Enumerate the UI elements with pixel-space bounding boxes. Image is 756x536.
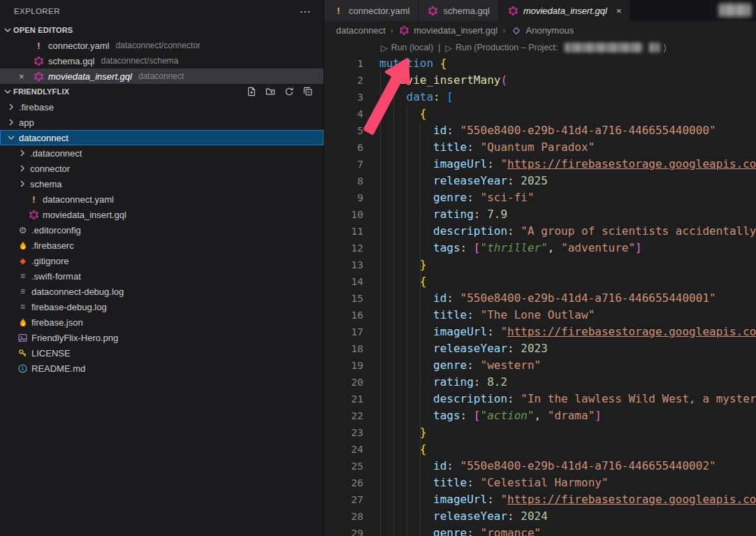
run-production-button[interactable]: ▷ Run (Production – Project: ) xyxy=(445,43,666,53)
code-line-27[interactable]: 27 imageUrl: "https://firebasestorage.go… xyxy=(324,491,756,508)
breadcrumb-moviedata_insert.gql[interactable]: moviedata_insert.gql xyxy=(398,25,497,36)
graphql-icon xyxy=(28,210,40,219)
chevron-down-icon xyxy=(6,132,17,143)
redacted-project-id xyxy=(565,43,643,52)
line-number: 13 xyxy=(324,256,363,273)
line-number: 8 xyxy=(324,173,363,189)
tree-file-LICENSE[interactable]: LICENSE xyxy=(0,345,324,361)
code-line-18[interactable]: 18 releaseYear: 2023 xyxy=(324,340,756,357)
play-icon: ▷ xyxy=(381,43,388,53)
line-number: 21 xyxy=(324,391,363,407)
tree-item-label: app xyxy=(19,117,34,128)
tree-folder-dataconnect[interactable]: dataconnect xyxy=(0,130,324,145)
line-number: 22 xyxy=(324,407,363,424)
tree-file-.swift-format[interactable]: ≡.swift-format xyxy=(0,268,324,284)
tree-file-.gitignore[interactable]: ◆.gitignore xyxy=(0,253,324,268)
tab-schema.gql[interactable]: schema.gql xyxy=(419,0,498,21)
code-text: { xyxy=(363,273,426,290)
new-folder-icon[interactable] xyxy=(265,86,276,97)
code-text: rating: 7.9 xyxy=(363,206,507,223)
tree-folder-.firebase[interactable]: .firebase xyxy=(0,99,324,115)
line-number: 6 xyxy=(324,139,363,156)
info-icon xyxy=(17,364,29,373)
code-line-8[interactable]: 8 releaseYear: 2025 xyxy=(324,173,756,189)
close-icon[interactable]: × xyxy=(19,68,24,84)
open-editor-connector.yaml[interactable]: !connector.yamldataconnect/connector xyxy=(0,38,324,53)
code-line-15[interactable]: 15 id: "550e8400-e29b-41d4-a716-44665544… xyxy=(324,290,756,307)
code-line-2[interactable]: 2 movie_insertMany( xyxy=(324,72,756,89)
lines-icon: ≡ xyxy=(17,272,29,280)
chevron-right-icon xyxy=(6,117,17,128)
close-icon[interactable]: × xyxy=(616,6,622,16)
code-line-22[interactable]: 22 tags: ["action", "drama"] xyxy=(324,407,756,424)
code-text: title: "Celestial Harmony" xyxy=(363,475,609,491)
tree-file-dataconnect.yaml[interactable]: !dataconnect.yaml xyxy=(0,191,324,207)
code-line-13[interactable]: 13 } xyxy=(324,256,756,273)
code-line-5[interactable]: 5 id: "550e8400-e29b-41d4-a716-446655440… xyxy=(324,122,756,139)
code-line-7[interactable]: 7 imageUrl: "https://firebasestorage.goo… xyxy=(324,156,756,173)
code-line-20[interactable]: 20 rating: 8.2 xyxy=(324,374,756,391)
tree-file-.editorconfig[interactable]: ⚙.editorconfig xyxy=(0,222,324,238)
breadcrumb-Anonymous[interactable]: Anonymous xyxy=(511,25,574,36)
tab-moviedata_insert.gql[interactable]: moviedata_insert.gql× xyxy=(499,0,631,21)
open-editors-header[interactable]: OPEN EDITORS xyxy=(0,22,324,38)
line-number: 24 xyxy=(324,441,363,458)
breadcrumb-dataconnect[interactable]: dataconnect xyxy=(336,25,386,36)
open-editors-list: !connector.yamldataconnect/connectorsche… xyxy=(0,38,324,84)
code-text: id: "550e8400-e29b-41d4-a716-44665544000… xyxy=(363,122,716,139)
tree-file-firebase.json[interactable]: firebase.json xyxy=(0,314,324,330)
new-file-icon[interactable] xyxy=(246,86,257,97)
code-line-9[interactable]: 9 genre: "sci-fi" xyxy=(324,189,756,206)
code-text: description: "In the lawless Wild West, … xyxy=(363,391,756,407)
line-number: 25 xyxy=(324,458,363,475)
code-line-26[interactable]: 26 title: "Celestial Harmony" xyxy=(324,475,756,491)
tree-file-moviedata_insert.gql[interactable]: moviedata_insert.gql xyxy=(0,207,324,222)
code-line-3[interactable]: 3 data: [ xyxy=(324,89,756,106)
tree-file-README.md[interactable]: README.md xyxy=(0,361,324,376)
open-editor-schema.gql[interactable]: schema.gqldataconnect/schema xyxy=(0,53,324,68)
run-local-button[interactable]: ▷ Run (local) xyxy=(381,43,433,53)
tree-file-dataconnect-debug.log[interactable]: ≡dataconnect-debug.log xyxy=(0,284,324,299)
code-text: mutation { xyxy=(363,55,446,72)
breadcrumb-label: moviedata_insert.gql xyxy=(414,25,497,36)
code-line-10[interactable]: 10 rating: 7.9 xyxy=(324,206,756,223)
code-line-14[interactable]: 14 { xyxy=(324,273,756,290)
code-line-24[interactable]: 24 { xyxy=(324,441,756,458)
tab-connector.yaml[interactable]: !connector.yaml xyxy=(324,0,419,21)
chevron-right-icon xyxy=(17,163,28,174)
open-editor-moviedata_insert.gql[interactable]: ×moviedata_insert.gqldataconnect xyxy=(0,68,324,84)
tree-file-FriendlyFlix-Hero.png[interactable]: FriendlyFlix-Hero.png xyxy=(0,330,324,345)
code-line-19[interactable]: 19 genre: "western" xyxy=(324,357,756,374)
tree-folder-app[interactable]: app xyxy=(0,115,324,130)
code-line-28[interactable]: 28 releaseYear: 2024 xyxy=(324,508,756,525)
collapse-all-icon[interactable] xyxy=(303,86,314,97)
line-number: 3 xyxy=(324,89,363,106)
code-line-16[interactable]: 16 title: "The Lone Outlaw" xyxy=(324,307,756,324)
chevron-down-icon xyxy=(2,86,13,97)
code-line-6[interactable]: 6 title: "Quantum Paradox" xyxy=(324,139,756,156)
code-editor[interactable]: 1mutation {2 movie_insertMany(3 data: [4… xyxy=(324,55,756,536)
line-number: 9 xyxy=(324,189,363,206)
code-line-21[interactable]: 21 description: "In the lawless Wild Wes… xyxy=(324,391,756,407)
codelens-suffix: ) xyxy=(664,43,667,52)
open-editor-label: connector.yaml xyxy=(48,41,109,51)
code-line-29[interactable]: 29 genre: "romance" xyxy=(324,525,756,536)
code-line-4[interactable]: 4 { xyxy=(324,106,756,122)
tree-file-.firebaserc[interactable]: .firebaserc xyxy=(0,238,324,253)
code-line-25[interactable]: 25 id: "550e8400-e29b-41d4-a716-44665544… xyxy=(324,458,756,475)
more-actions-icon[interactable]: ⋯ xyxy=(300,5,311,18)
tree-folder-connector[interactable]: connector xyxy=(0,161,324,176)
code-text: releaseYear: 2023 xyxy=(363,340,548,357)
code-line-12[interactable]: 12 tags: ["thriller", "adventure"] xyxy=(324,240,756,256)
tree-folder-schema[interactable]: schema xyxy=(0,176,324,191)
tree-item-label: dataconnect-debug.log xyxy=(31,287,124,297)
tree-file-firebase-debug.log[interactable]: ≡firebase-debug.log xyxy=(0,299,324,314)
tab-list: !connector.yamlschema.gqlmoviedata_inser… xyxy=(324,0,630,21)
code-line-17[interactable]: 17 imageUrl: "https://firebasestorage.go… xyxy=(324,324,756,340)
workspace-header[interactable]: FRIENDLYFLIX xyxy=(0,84,324,99)
code-line-1[interactable]: 1mutation { xyxy=(324,55,756,72)
code-line-23[interactable]: 23 } xyxy=(324,424,756,441)
refresh-icon[interactable] xyxy=(284,86,295,97)
tree-folder-.dataconnect[interactable]: .dataconnect xyxy=(0,145,324,161)
code-line-11[interactable]: 11 description: "A group of scientists a… xyxy=(324,223,756,240)
